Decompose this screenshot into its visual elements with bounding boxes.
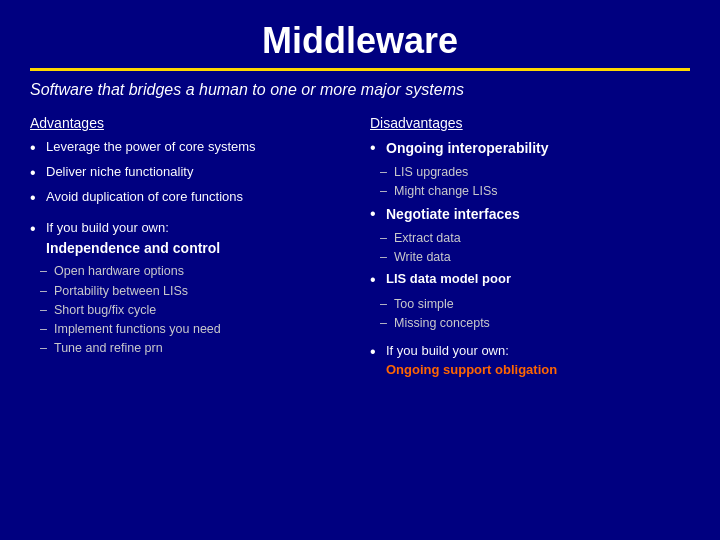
bullet-icon: • xyxy=(30,138,46,159)
negotiate-sub-list: Extract data Write data xyxy=(370,229,690,266)
list-item: • Deliver niche functionality xyxy=(30,163,350,184)
sub-item-text: Too simple xyxy=(394,295,454,313)
sub-item-text: Missing concepts xyxy=(394,314,490,332)
advantages-extra-list: • If you build your own: Independence an… xyxy=(30,219,350,259)
sub-item-text: Short bug/fix cycle xyxy=(54,301,156,319)
subtitle: Software that bridges a human to one or … xyxy=(30,81,690,99)
slide: Middleware Software that bridges a human… xyxy=(0,0,720,540)
interop-sub-list: LIS upgrades Might change LISs xyxy=(370,163,690,200)
sub-list-item: Might change LISs xyxy=(380,182,690,200)
ongoing-interop-text: Ongoing interoperability xyxy=(386,140,549,156)
sub-list-item: Missing concepts xyxy=(380,314,690,332)
list-item: • Leverage the power of core systems xyxy=(30,138,350,159)
sub-item-text: Implement functions you need xyxy=(54,320,221,338)
sub-list-item: Implement functions you need xyxy=(40,320,350,338)
disadvantages-header: Disadvantages xyxy=(370,113,690,133)
bullet-icon: • xyxy=(30,188,46,209)
advantages-list: • Leverage the power of core systems • D… xyxy=(30,138,350,208)
extra-text: If you build your own: Independence and … xyxy=(46,219,350,259)
item-text: Ongoing interoperability xyxy=(386,138,690,159)
sub-item-text: Write data xyxy=(394,248,451,266)
item-text: Deliver niche functionality xyxy=(46,163,350,182)
list-item: • Negotiate interfaces xyxy=(370,204,690,225)
sub-list-item: Write data xyxy=(380,248,690,266)
sub-list-item: Short bug/fix cycle xyxy=(40,301,350,319)
dis-extra-main: If you build your own: xyxy=(386,343,509,358)
advantages-header: Advantages xyxy=(30,113,350,133)
sub-item-text: LIS upgrades xyxy=(394,163,468,181)
sub-item-text: Portability between LISs xyxy=(54,282,188,300)
sub-list-item: Too simple xyxy=(380,295,690,313)
extra-text: If you build your own: Ongoing support o… xyxy=(386,342,690,380)
sub-item-text: Might change LISs xyxy=(394,182,498,200)
bullet-icon: • xyxy=(370,342,386,363)
sub-list-item: Tune and refine prn xyxy=(40,339,350,357)
content-columns: Advantages • Leverage the power of core … xyxy=(30,113,690,384)
sub-list-item: Portability between LISs xyxy=(40,282,350,300)
lis-data-sub-list: Too simple Missing concepts xyxy=(370,295,690,332)
list-item: • LIS data model poor xyxy=(370,270,690,291)
disadvantages-column: Disadvantages • Ongoing interoperability… xyxy=(370,113,690,384)
extra-highlight: Independence and control xyxy=(46,240,220,256)
sub-item-text: Extract data xyxy=(394,229,461,247)
item-text: Avoid duplication of core functions xyxy=(46,188,350,207)
advantages-column: Advantages • Leverage the power of core … xyxy=(30,113,350,384)
sub-list-item: Extract data xyxy=(380,229,690,247)
sub-item-text: Open hardware options xyxy=(54,262,184,280)
bullet-icon: • xyxy=(30,163,46,184)
bullet-icon: • xyxy=(370,204,386,225)
negotiate-list: • Negotiate interfaces xyxy=(370,204,690,225)
advantages-sub-list: Open hardware options Portability betwee… xyxy=(30,262,350,357)
slide-title: Middleware xyxy=(30,20,690,62)
item-text: Leverage the power of core systems xyxy=(46,138,350,157)
negotiate-text: Negotiate interfaces xyxy=(386,204,690,224)
list-item: • Ongoing interoperability xyxy=(370,138,690,159)
disadvantages-list: • Ongoing interoperability xyxy=(370,138,690,159)
bullet-icon: • xyxy=(30,219,46,240)
sub-item-text: Tune and refine prn xyxy=(54,339,163,357)
sub-list-item: LIS upgrades xyxy=(380,163,690,181)
dis-extra-highlight: Ongoing support obligation xyxy=(386,362,557,377)
title-divider xyxy=(30,68,690,71)
list-item: • Avoid duplication of core functions xyxy=(30,188,350,209)
extra-main: If you build your own: xyxy=(46,220,169,235)
lis-data-list: • LIS data model poor xyxy=(370,270,690,291)
bullet-icon: • xyxy=(370,270,386,291)
bullet-icon: • xyxy=(370,138,386,159)
sub-list-item: Open hardware options xyxy=(40,262,350,280)
lis-data-text: LIS data model poor xyxy=(386,270,690,289)
list-item: • If you build your own: Independence an… xyxy=(30,219,350,259)
list-item: • If you build your own: Ongoing support… xyxy=(370,342,690,380)
dis-extra-list: • If you build your own: Ongoing support… xyxy=(370,342,690,380)
